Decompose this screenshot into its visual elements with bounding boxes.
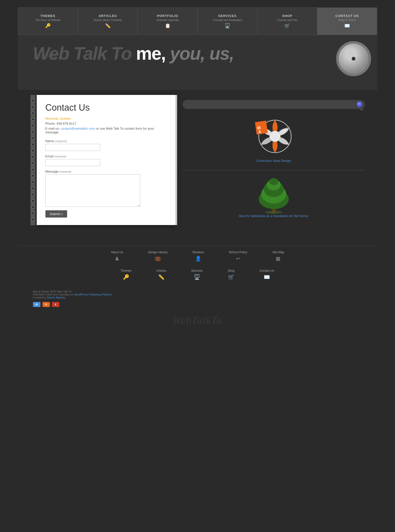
contact-icon: ✉️ [344,23,350,28]
nav-articles-title: ARTICLES [99,14,117,18]
refund-icon: ↩ [236,256,240,262]
svg-text:eb: eb [286,126,290,130]
nav-portfolio-title: PORTFOLIO [157,14,178,18]
cv-link[interactable]: Curriculum Vitae Design [183,159,365,163]
contact-area: Contact Us Montreal, Quebec Phone: 438.8… [30,95,175,225]
nav-themes-sub: The Face of Website [35,18,60,21]
spiral-hole [31,124,34,127]
spiral-hole [31,137,34,140]
contact-location: Montreal, Quebec [45,117,166,120]
cv-widget: M A eb Curriculum Vitae Design [183,116,365,163]
spiral-hole [31,130,34,133]
footer-reviews[interactable]: Reviews 👤 [193,251,204,262]
nav-portfolio[interactable]: PORTFOLIO Selected materials 📋 [138,8,198,35]
footer-shop-label: Shop [228,269,235,272]
spiral-hole [31,149,34,152]
spiral-hole [31,99,34,102]
footer-design-history-label: Design History [148,251,168,254]
footer-shop[interactable]: Shop 🛒 [228,269,235,280]
themes-icon: 🔑 [45,23,51,28]
nav-services[interactable]: SERVICES Concept and Realisation 🖥️ [198,8,258,35]
search-input[interactable] [186,102,357,106]
footer-nav-row2: Themes 🔑 Articles ✏️ Services 🖥️ Shop 🛒 … [30,269,365,280]
cv-svg: M A eb [254,116,294,154]
nav-contact-sub: Keep in Touch [338,18,356,21]
name-input[interactable] [45,144,100,151]
sidebar: 〰️ [183,95,365,225]
footer-about-label: About Us [111,251,123,254]
cv-design-image: M A eb [254,116,294,156]
divider [183,170,365,170]
city: Montreal [45,117,58,120]
search-ball[interactable] [357,102,362,107]
nav-shop-sub: Choose and Pay [277,18,297,21]
copyright-line3: Created by Maxim Aginsky [33,296,362,299]
nav-contact[interactable]: CONTACT US Keep in Touch ✉️ [317,8,377,35]
spiral-hole [31,118,34,121]
about-icon: ♟ [115,256,119,262]
footer-design-history[interactable]: Design History 💼 [148,251,168,262]
main-content: Contact Us Montreal, Quebec Phone: 438.8… [18,90,377,230]
footer-contact[interactable]: Contact Us ✉️ [260,269,274,280]
spiral-hole [31,105,34,108]
hero-reflection: we [18,52,330,61]
tree-widget: Idea for slideshow as a foundation for t… [183,175,365,218]
footer-refund-label: Refund Policy [229,251,247,254]
spiral-hole [31,181,34,184]
contact-title: Contact Us [45,102,166,113]
wordpress-link[interactable]: WordPress Publishing Platform [74,293,112,296]
services-icon: 🖥️ [225,23,230,28]
tree-link[interactable]: Idea for slideshow as a foundation for t… [183,214,365,218]
nav-shop-title: SHOP [282,14,292,18]
svg-point-12 [265,211,282,214]
footer-contact-icon: ✉️ [264,274,270,280]
footer-services-icon: 🖥️ [194,274,200,280]
nav-themes[interactable]: THEMES The Face of Website 🔑 [18,8,78,35]
spiral-hole [31,143,34,146]
contact-phone: Phone: 438.878.8117 [45,122,166,125]
footer-refund[interactable]: Refund Policy ↩ [229,251,247,262]
contact-paper: Contact Us Montreal, Quebec Phone: 438.8… [37,95,175,225]
nav-bar: THEMES The Face of Website 🔑 ARTICLES St… [18,7,377,35]
spiral-hole [31,218,34,221]
spiral-hole [31,112,34,115]
spiral-hole [31,174,34,177]
svg-point-1 [269,131,280,142]
footer-themes-label: Themes [121,269,131,272]
footer-contact-label: Contact Us [260,269,274,272]
submit-button[interactable]: Submit » [45,210,67,218]
nav-articles[interactable]: ARTICLES Stories about Creativity ✏️ [78,8,138,35]
footer-sitemap[interactable]: Site Map ▦ [272,251,284,262]
footer-articles[interactable]: Articles ✏️ [156,269,166,280]
footer-articles-label: Articles [156,269,166,272]
footer-about[interactable]: About Us ♟ [111,251,123,262]
badge-rss: R [42,302,50,307]
footer: About Us ♟ Design History 💼 Reviews 👤 Re… [18,245,377,331]
footer-articles-icon: ✏️ [158,274,164,280]
watch-face [336,41,371,76]
footer-themes-icon: 🔑 [123,274,129,280]
tree-svg [251,175,296,214]
copyright-line1: Idea & Realis 2013 Web Talk To [33,290,362,293]
footer-themes[interactable]: Themes 🔑 [121,269,131,280]
spiral-hole [31,168,34,171]
author-link[interactable]: Maxim Aginsky [47,296,65,299]
email-link[interactable]: contact@webtalkto.com [61,127,95,130]
nav-shop[interactable]: SHOP Choose and Pay 🛒 [258,8,317,35]
province: Quebec [60,117,71,120]
svg-point-11 [269,178,278,185]
nav-portfolio-sub: Selected materials [156,18,179,21]
badge-other: X [52,302,59,307]
watch-decoration [330,36,372,89]
search-coil-icon: 〰️ [359,107,364,111]
footer-services[interactable]: Services 🖥️ [191,269,203,280]
nav-themes-title: THEMES [40,14,55,18]
footer-services-label: Services [191,269,203,272]
message-textarea[interactable] [45,174,140,207]
message-label: Message (required) [45,170,166,173]
shop-icon: 🛒 [284,23,290,28]
spiral-hole [31,187,34,190]
search-bar: 〰️ [183,100,365,109]
name-label: Name (required) [45,139,166,143]
email-input[interactable] [45,159,100,166]
